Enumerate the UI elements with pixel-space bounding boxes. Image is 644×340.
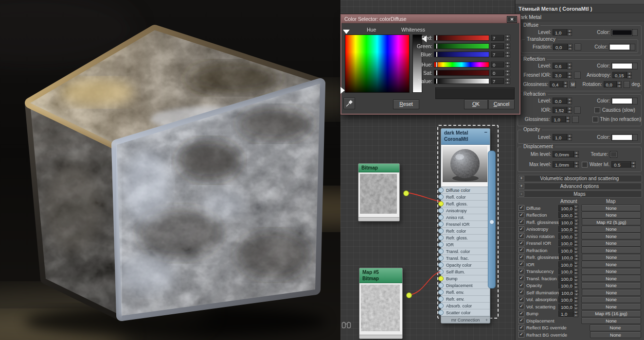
map-slot-button[interactable]: None: [581, 204, 641, 211]
map-slot-button[interactable]: None: [581, 303, 641, 310]
map-amount-field[interactable]: 100,0: [558, 282, 573, 289]
slider-value-field[interactable]: 7: [491, 35, 504, 41]
refr-color-swatch[interactable]: [611, 98, 633, 104]
map-enable-checkbox[interactable]: [519, 297, 524, 303]
map-amount-spinner[interactable]: ▲▼: [573, 310, 578, 317]
map-amount-field[interactable]: 100,0: [558, 212, 573, 218]
slider-handle[interactable]: [436, 35, 437, 40]
map-enable-checkbox[interactable]: [519, 275, 524, 281]
map-amount-field[interactable]: 100,0: [559, 219, 574, 225]
material-node-header[interactable]: dark Metal CoronaMtl −: [441, 129, 490, 145]
refl-gloss-field[interactable]: 0,4: [550, 81, 563, 87]
slider-track[interactable]: [434, 51, 489, 57]
map-enable-checkbox[interactable]: [519, 255, 524, 260]
min-level-spinner[interactable]: ▲▼: [574, 151, 579, 158]
node-input-slot[interactable]: IOR: [441, 241, 490, 248]
rollout-header[interactable]: + Volumetric absorption and scattering: [517, 175, 642, 182]
node-input-slot[interactable]: Refr. env.: [441, 296, 490, 303]
map-slot-button[interactable]: Map #2 (5.jpg): [582, 219, 641, 225]
map-slot-button[interactable]: None: [590, 324, 641, 331]
map-amount-field[interactable]: 100,0: [558, 261, 573, 268]
node-input-slot[interactable]: Refr. gloss.: [441, 235, 490, 241]
slider-spinner[interactable]: ▲▼: [505, 43, 510, 50]
map-enable-checkbox[interactable]: [519, 247, 524, 253]
map-slot-button[interactable]: None: [581, 226, 641, 233]
refr-gloss-field[interactable]: 1,0: [552, 116, 566, 122]
material-output-socket[interactable]: [489, 220, 494, 224]
map-amount-spinner[interactable]: ▲▼: [573, 212, 578, 219]
map-enable-checkbox[interactable]: [519, 226, 524, 232]
map-amount-field[interactable]: 100,0: [558, 226, 573, 232]
map-slot-button[interactable]: None: [581, 212, 641, 219]
map-slot-button[interactable]: None: [590, 331, 641, 338]
min-level-field[interactable]: 0,0mm: [553, 151, 574, 157]
map-enable-checkbox[interactable]: [519, 261, 524, 267]
reset-button[interactable]: Reset: [393, 100, 419, 109]
map-amount-spinner[interactable]: ▲▼: [573, 303, 578, 310]
map-slot-button[interactable]: None: [582, 254, 641, 261]
fraction-map-button[interactable]: [574, 44, 581, 51]
map-amount-spinner[interactable]: ▲▼: [573, 204, 578, 211]
fresnel-map-button[interactable]: [574, 72, 581, 79]
anisotropy-field[interactable]: 0,15: [612, 72, 627, 78]
node-input-slot[interactable]: Fresnel IOR: [441, 221, 490, 228]
slot-socket-icon[interactable]: [438, 187, 444, 193]
slider-track[interactable]: [434, 78, 489, 84]
node-input-slot[interactable]: Opacity color: [441, 262, 490, 269]
translucency-color-stub[interactable]: [630, 44, 635, 51]
opacity-color-stub[interactable]: [633, 134, 638, 141]
map-amount-field[interactable]: 1,0: [558, 310, 573, 317]
close-icon[interactable]: ✕: [507, 16, 517, 23]
slot-socket-icon[interactable]: [438, 255, 444, 261]
slot-socket-icon[interactable]: [438, 289, 444, 295]
map-amount-field[interactable]: 100,0: [559, 289, 574, 296]
node-input-slot[interactable]: Transl. color: [441, 248, 490, 255]
slider-value-field[interactable]: 7: [491, 43, 504, 49]
map-enable-checkbox[interactable]: [519, 269, 524, 274]
ior-spinner[interactable]: ▲▼: [567, 107, 572, 114]
hue-marker-icon[interactable]: [343, 30, 350, 34]
rollout-expand-icon[interactable]: +: [519, 184, 524, 189]
map-amount-spinner[interactable]: ▲▼: [574, 219, 579, 225]
diffuse-color-swatch[interactable]: [611, 29, 633, 36]
slot-socket-icon[interactable]: [438, 249, 444, 254]
caustics-checkbox[interactable]: [594, 107, 600, 113]
slider-spinner[interactable]: ▲▼: [505, 78, 510, 85]
refr-gloss-spinner[interactable]: ▲▼: [566, 116, 571, 123]
node-input-slot[interactable]: Refl. color: [441, 194, 490, 201]
water-level-spinner[interactable]: ▲▼: [631, 161, 636, 168]
map-amount-spinner[interactable]: ▲▼: [573, 261, 578, 268]
blackness-marker-icon[interactable]: [340, 87, 345, 94]
slot-socket-icon[interactable]: [438, 221, 444, 227]
slot-socket-icon[interactable]: [438, 208, 444, 213]
thin-checkbox[interactable]: [592, 117, 598, 122]
node-minimize-icon[interactable]: −: [484, 129, 487, 136]
diffuse-level-field[interactable]: 1,0: [553, 29, 567, 35]
slot-socket-icon[interactable]: [438, 310, 444, 315]
max-level-spinner[interactable]: ▲▼: [574, 161, 579, 168]
bitmap1-output-socket[interactable]: [403, 190, 409, 196]
map-enable-checkbox[interactable]: [519, 318, 524, 323]
slot-socket-icon[interactable]: [438, 228, 444, 234]
map-amount-spinner[interactable]: ▲▼: [573, 233, 578, 239]
bitmap1-title[interactable]: Bitmap: [358, 164, 399, 172]
map-enable-checkbox[interactable]: [519, 212, 524, 218]
map-amount-spinner[interactable]: ▲▼: [573, 282, 578, 289]
map-enable-checkbox[interactable]: [519, 304, 524, 309]
rotation-map-button[interactable]: [624, 81, 630, 88]
water-level-checkbox[interactable]: [582, 162, 588, 168]
fraction-spinner[interactable]: ▲▼: [568, 44, 572, 51]
map-amount-field[interactable]: 100,0: [559, 254, 574, 260]
slot-socket-icon[interactable]: [438, 194, 444, 200]
material-node-coronamtl[interactable]: dark Metal CoronaMtl −: [441, 128, 490, 323]
ior-field[interactable]: 1,52: [553, 107, 567, 113]
slider-value-field[interactable]: 7: [491, 51, 504, 57]
map-amount-field[interactable]: 100,0: [558, 268, 573, 274]
slider-handle[interactable]: [436, 62, 437, 67]
map-amount-spinner[interactable]: ▲▼: [573, 268, 578, 275]
map-enable-checkbox[interactable]: [519, 205, 524, 211]
refl-gloss-map-button[interactable]: M: [570, 81, 576, 88]
slot-socket-icon[interactable]: [438, 201, 444, 206]
bitmap-node-1[interactable]: Bitmap: [358, 163, 400, 221]
bitmap2-title[interactable]: Map #5 Bitmap: [359, 268, 402, 283]
